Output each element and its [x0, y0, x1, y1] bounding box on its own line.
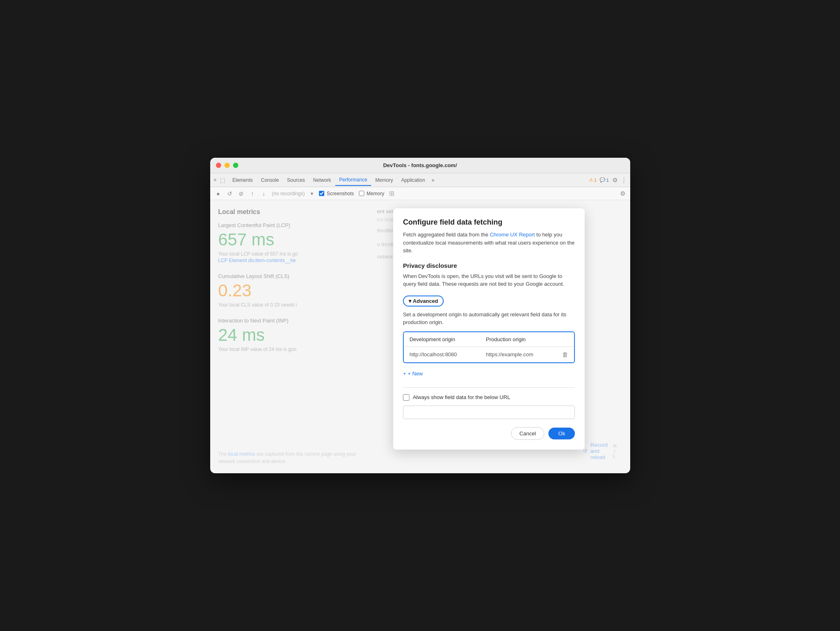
left-panel: Local metrics Largest Contentful Paint (… [210, 200, 369, 473]
toolbar-icons: ⌖ ⬚ [213, 177, 225, 183]
tab-elements[interactable]: Elements [229, 175, 257, 185]
cursor-icon[interactable]: ⌖ [213, 177, 217, 183]
info-icon: 💬 [600, 177, 605, 183]
tab-application[interactable]: Application [397, 175, 429, 185]
tab-memory[interactable]: Memory [371, 175, 397, 185]
performance-toolbar: ● ↺ ⊘ ↑ ↓ (no recordings) ▼ Screenshots … [210, 187, 630, 200]
record-reload-button[interactable]: ↺ Record and reload ⌘ ⇧ E [583, 442, 617, 460]
local-metrics-link[interactable]: local metrics [228, 451, 255, 457]
warning-badge[interactable]: ⚠ 1 [589, 177, 596, 183]
col-prod-header: Production origin [480, 332, 556, 347]
prod-origin-cell: https://example.com [480, 346, 556, 362]
record-icon[interactable]: ● [215, 190, 222, 197]
close-button[interactable] [216, 163, 221, 168]
lcp-detail: Your local LCP value of 657 ms is go [218, 251, 361, 257]
table-row: http://localhost:8080 https://example.co… [404, 346, 574, 362]
always-show-checkbox[interactable] [403, 394, 409, 401]
more-options-icon[interactable]: ⋮ [621, 177, 627, 184]
lcp-value: 657 ms [218, 230, 361, 249]
memory-label: Memory [367, 191, 384, 196]
info-badge[interactable]: 💬 1 [600, 177, 609, 183]
screenshots-checkbox-group: Screenshots [319, 191, 354, 196]
cls-label: Cumulative Layout Shift (CLS) [218, 273, 361, 279]
warning-count: 1 [594, 178, 596, 183]
col-dev-header: Development origin [404, 332, 480, 347]
record-shortcut: ⌘ ⇧ E [613, 443, 617, 459]
url-input[interactable] [403, 406, 575, 419]
upload-icon[interactable]: ↑ [249, 190, 256, 197]
tab-performance[interactable]: Performance [335, 174, 372, 186]
col-actions-header [556, 332, 574, 347]
tab-console[interactable]: Console [257, 175, 283, 185]
warning-icon: ⚠ [589, 177, 593, 183]
devtools-tabs: ⌖ ⬚ Elements Console Sources Network Per… [210, 173, 630, 187]
lcp-element-label: LCP Element [218, 258, 247, 263]
recordings-dropdown-icon[interactable]: ▼ [310, 191, 314, 196]
devtools-window: DevTools - fonts.google.com/ ⌖ ⬚ Element… [210, 158, 630, 473]
footer-note: The local metrics are captured from the … [218, 450, 365, 465]
inp-value: 24 ms [218, 325, 361, 345]
divider [403, 387, 575, 388]
more-tabs-button[interactable]: » [429, 176, 437, 185]
cls-value: 0.23 [218, 281, 361, 300]
reload-circle-icon: ↺ [583, 448, 587, 454]
origins-table-wrapper: Development origin Production origin htt… [403, 331, 575, 363]
recordings-label: (no recordings) [272, 191, 305, 196]
advanced-toggle-label: ▾ Advanced [409, 298, 438, 304]
dev-origin-cell: http://localhost:8080 [404, 346, 480, 362]
lcp-element-value[interactable]: div.item-contents__he [248, 258, 296, 263]
plus-icon: + [403, 371, 406, 377]
inspect-icon[interactable]: ⬚ [220, 177, 225, 183]
gear-icon[interactable]: ⚙ [620, 190, 625, 197]
info-count: 1 [606, 178, 609, 183]
privacy-heading: Privacy disclosure [403, 262, 575, 269]
clear-icon[interactable]: ⊘ [238, 190, 244, 197]
dialog-title: Configure field data fetching [403, 218, 575, 227]
delete-cell: 🗑 [556, 346, 574, 362]
window-title: DevTools - fonts.google.com/ [383, 162, 457, 168]
origins-table: Development origin Production origin htt… [404, 332, 574, 362]
reload-icon[interactable]: ↺ [226, 190, 233, 197]
memory-checkbox-group: Memory [359, 191, 384, 196]
titlebar: DevTools - fonts.google.com/ [210, 158, 630, 173]
advanced-toggle[interactable]: ▾ Advanced [403, 296, 444, 307]
delete-row-button[interactable]: 🗑 [562, 351, 568, 358]
dialog-actions: Cancel Ok [403, 427, 575, 440]
cancel-button[interactable]: Cancel [511, 427, 544, 440]
main-content: Local metrics Largest Contentful Paint (… [210, 200, 630, 473]
ok-button[interactable]: Ok [549, 428, 575, 439]
cls-detail: Your local CLS value of 0.23 needs i [218, 302, 361, 308]
add-new-button[interactable]: + + New [403, 368, 423, 379]
advanced-description: Set a development origin to automaticall… [403, 311, 575, 327]
screenshots-checkbox[interactable] [319, 191, 324, 196]
tab-network[interactable]: Network [309, 175, 335, 185]
devtools-right-icons: ⚠ 1 💬 1 ⚙ ⋮ [589, 177, 627, 184]
tab-sources[interactable]: Sources [283, 175, 309, 185]
privacy-text: When DevTools is open, the URLs you visi… [403, 272, 575, 288]
always-show-checkbox-row: Always show field data for the below URL [403, 394, 575, 401]
filmstrip-icon: ⊞ [389, 190, 394, 197]
settings-icon[interactable]: ⚙ [612, 177, 618, 184]
record-reload-label: Record and reload [591, 442, 608, 460]
inp-detail: Your local INP value of 24 ms is goo [218, 346, 361, 352]
inp-label: Interaction to Next Paint (INP) [218, 318, 361, 324]
chrome-ux-link[interactable]: Chrome UX Report [490, 232, 535, 238]
download-icon[interactable]: ↓ [261, 190, 267, 197]
traffic-lights [216, 163, 238, 168]
add-new-label: + New [408, 371, 423, 377]
lcp-metric: Largest Contentful Paint (LCP) 657 ms Yo… [218, 222, 361, 263]
screenshots-label: Screenshots [327, 191, 354, 196]
cls-metric: Cumulative Layout Shift (CLS) 0.23 Your … [218, 273, 361, 308]
configure-dialog: Configure field data fetching Fetch aggr… [393, 208, 585, 450]
lcp-element: LCP Element div.item-contents__he [218, 258, 361, 263]
local-metrics-title: Local metrics [218, 208, 361, 216]
maximize-button[interactable] [233, 163, 238, 168]
description-prefix: Fetch aggregated field data from the [403, 232, 490, 238]
always-show-label: Always show field data for the below URL [413, 394, 510, 400]
memory-checkbox[interactable] [359, 191, 364, 196]
dialog-description: Fetch aggregated field data from the Chr… [403, 231, 575, 255]
minimize-button[interactable] [224, 163, 230, 168]
inp-metric: Interaction to Next Paint (INP) 24 ms Yo… [218, 318, 361, 352]
lcp-label: Largest Contentful Paint (LCP) [218, 222, 361, 228]
